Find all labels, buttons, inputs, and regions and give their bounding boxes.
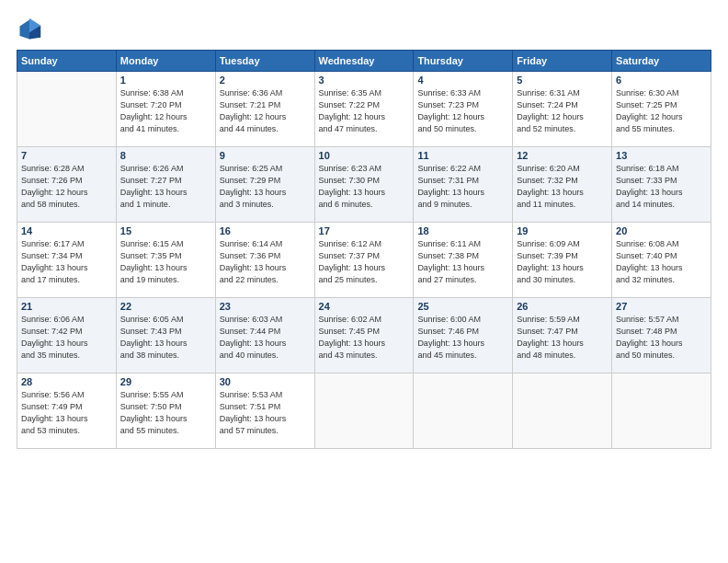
- day-number: 28: [21, 376, 112, 387]
- day-info: Sunrise: 6:03 AM Sunset: 7:44 PM Dayligh…: [220, 314, 311, 362]
- calendar-cell: 3Sunrise: 6:35 AM Sunset: 7:22 PM Daylig…: [314, 72, 414, 147]
- day-info: Sunrise: 6:08 AM Sunset: 7:40 PM Dayligh…: [616, 238, 707, 286]
- day-number: 26: [517, 301, 608, 312]
- day-info: Sunrise: 6:26 AM Sunset: 7:27 PM Dayligh…: [120, 163, 211, 211]
- header-row: SundayMondayTuesdayWednesdayThursdayFrid…: [17, 51, 711, 72]
- logo: [17, 17, 46, 42]
- day-number: 4: [417, 75, 508, 86]
- day-number: 12: [517, 150, 608, 161]
- day-number: 8: [120, 150, 211, 161]
- day-info: Sunrise: 6:35 AM Sunset: 7:22 PM Dayligh…: [319, 87, 410, 135]
- calendar-cell: 7Sunrise: 6:28 AM Sunset: 7:26 PM Daylig…: [17, 147, 117, 223]
- day-number: 1: [120, 75, 211, 86]
- week-row-2: 7Sunrise: 6:28 AM Sunset: 7:26 PM Daylig…: [17, 147, 711, 223]
- calendar-cell: 25Sunrise: 6:00 AM Sunset: 7:46 PM Dayli…: [414, 298, 513, 373]
- header: [17, 17, 711, 42]
- day-number: 13: [616, 150, 707, 161]
- calendar-cell: 30Sunrise: 5:53 AM Sunset: 7:51 PM Dayli…: [215, 373, 314, 449]
- weekday-header-saturday: Saturday: [612, 51, 711, 72]
- calendar-cell: 9Sunrise: 6:25 AM Sunset: 7:29 PM Daylig…: [215, 147, 314, 223]
- day-number: 9: [220, 150, 311, 161]
- day-number: 16: [220, 225, 311, 236]
- logo-icon: [17, 17, 42, 42]
- calendar-cell: 18Sunrise: 6:11 AM Sunset: 7:38 PM Dayli…: [414, 223, 513, 298]
- calendar-cell: 24Sunrise: 6:02 AM Sunset: 7:45 PM Dayli…: [314, 298, 414, 373]
- week-row-4: 21Sunrise: 6:06 AM Sunset: 7:42 PM Dayli…: [17, 298, 711, 373]
- weekday-header-wednesday: Wednesday: [314, 51, 414, 72]
- day-info: Sunrise: 5:57 AM Sunset: 7:48 PM Dayligh…: [616, 314, 707, 362]
- calendar-cell: 5Sunrise: 6:31 AM Sunset: 7:24 PM Daylig…: [513, 72, 612, 147]
- weekday-header-thursday: Thursday: [414, 51, 513, 72]
- calendar: SundayMondayTuesdayWednesdayThursdayFrid…: [17, 50, 711, 449]
- day-info: Sunrise: 6:31 AM Sunset: 7:24 PM Dayligh…: [517, 87, 608, 135]
- calendar-cell: 12Sunrise: 6:20 AM Sunset: 7:32 PM Dayli…: [513, 147, 612, 223]
- day-info: Sunrise: 6:11 AM Sunset: 7:38 PM Dayligh…: [417, 238, 508, 286]
- day-info: Sunrise: 5:56 AM Sunset: 7:49 PM Dayligh…: [21, 389, 112, 437]
- day-info: Sunrise: 6:15 AM Sunset: 7:35 PM Dayligh…: [120, 238, 211, 286]
- day-number: 15: [120, 225, 211, 236]
- day-info: Sunrise: 6:06 AM Sunset: 7:42 PM Dayligh…: [21, 314, 112, 362]
- calendar-cell: 8Sunrise: 6:26 AM Sunset: 7:27 PM Daylig…: [116, 147, 215, 223]
- week-row-5: 28Sunrise: 5:56 AM Sunset: 7:49 PM Dayli…: [17, 373, 711, 449]
- calendar-cell: 28Sunrise: 5:56 AM Sunset: 7:49 PM Dayli…: [17, 373, 117, 449]
- calendar-cell: [414, 373, 513, 449]
- day-number: 7: [21, 150, 112, 161]
- day-info: Sunrise: 6:05 AM Sunset: 7:43 PM Dayligh…: [120, 314, 211, 362]
- calendar-cell: 10Sunrise: 6:23 AM Sunset: 7:30 PM Dayli…: [314, 147, 414, 223]
- day-info: Sunrise: 6:33 AM Sunset: 7:23 PM Dayligh…: [417, 87, 508, 135]
- day-number: 3: [319, 75, 410, 86]
- calendar-cell: 16Sunrise: 6:14 AM Sunset: 7:36 PM Dayli…: [215, 223, 314, 298]
- day-number: 6: [616, 75, 707, 86]
- calendar-cell: 15Sunrise: 6:15 AM Sunset: 7:35 PM Dayli…: [116, 223, 215, 298]
- calendar-cell: 21Sunrise: 6:06 AM Sunset: 7:42 PM Dayli…: [17, 298, 117, 373]
- day-info: Sunrise: 6:12 AM Sunset: 7:37 PM Dayligh…: [319, 238, 410, 286]
- weekday-header-tuesday: Tuesday: [215, 51, 314, 72]
- day-number: 14: [21, 225, 112, 236]
- calendar-cell: [612, 373, 711, 449]
- day-number: 27: [616, 301, 707, 312]
- day-number: 10: [319, 150, 410, 161]
- day-number: 19: [517, 225, 608, 236]
- day-number: 22: [120, 301, 211, 312]
- day-info: Sunrise: 6:20 AM Sunset: 7:32 PM Dayligh…: [517, 163, 608, 211]
- day-info: Sunrise: 6:22 AM Sunset: 7:31 PM Dayligh…: [417, 163, 508, 211]
- day-number: 30: [220, 376, 311, 387]
- day-number: 25: [417, 301, 508, 312]
- calendar-cell: 4Sunrise: 6:33 AM Sunset: 7:23 PM Daylig…: [414, 72, 513, 147]
- day-number: 24: [319, 301, 410, 312]
- calendar-cell: 27Sunrise: 5:57 AM Sunset: 7:48 PM Dayli…: [612, 298, 711, 373]
- day-info: Sunrise: 5:59 AM Sunset: 7:47 PM Dayligh…: [517, 314, 608, 362]
- calendar-cell: 22Sunrise: 6:05 AM Sunset: 7:43 PM Dayli…: [116, 298, 215, 373]
- calendar-cell: 2Sunrise: 6:36 AM Sunset: 7:21 PM Daylig…: [215, 72, 314, 147]
- day-number: 18: [417, 225, 508, 236]
- day-number: 23: [220, 301, 311, 312]
- calendar-cell: 6Sunrise: 6:30 AM Sunset: 7:25 PM Daylig…: [612, 72, 711, 147]
- weekday-header-monday: Monday: [116, 51, 215, 72]
- day-info: Sunrise: 6:02 AM Sunset: 7:45 PM Dayligh…: [319, 314, 410, 362]
- day-number: 17: [319, 225, 410, 236]
- calendar-cell: 17Sunrise: 6:12 AM Sunset: 7:37 PM Dayli…: [314, 223, 414, 298]
- week-row-1: 1Sunrise: 6:38 AM Sunset: 7:20 PM Daylig…: [17, 72, 711, 147]
- day-info: Sunrise: 6:28 AM Sunset: 7:26 PM Dayligh…: [21, 163, 112, 211]
- calendar-cell: 14Sunrise: 6:17 AM Sunset: 7:34 PM Dayli…: [17, 223, 117, 298]
- calendar-cell: 13Sunrise: 6:18 AM Sunset: 7:33 PM Dayli…: [612, 147, 711, 223]
- day-info: Sunrise: 6:38 AM Sunset: 7:20 PM Dayligh…: [120, 87, 211, 135]
- calendar-cell: 26Sunrise: 5:59 AM Sunset: 7:47 PM Dayli…: [513, 298, 612, 373]
- weekday-header-sunday: Sunday: [17, 51, 117, 72]
- day-number: 2: [220, 75, 311, 86]
- day-number: 11: [417, 150, 508, 161]
- day-info: Sunrise: 6:18 AM Sunset: 7:33 PM Dayligh…: [616, 163, 707, 211]
- calendar-cell: 23Sunrise: 6:03 AM Sunset: 7:44 PM Dayli…: [215, 298, 314, 373]
- day-info: Sunrise: 6:25 AM Sunset: 7:29 PM Dayligh…: [220, 163, 311, 211]
- day-number: 29: [120, 376, 211, 387]
- day-info: Sunrise: 6:17 AM Sunset: 7:34 PM Dayligh…: [21, 238, 112, 286]
- calendar-cell: [314, 373, 414, 449]
- day-info: Sunrise: 5:53 AM Sunset: 7:51 PM Dayligh…: [220, 389, 311, 437]
- day-info: Sunrise: 6:09 AM Sunset: 7:39 PM Dayligh…: [517, 238, 608, 286]
- calendar-cell: [17, 72, 117, 147]
- day-number: 20: [616, 225, 707, 236]
- day-number: 5: [517, 75, 608, 86]
- week-row-3: 14Sunrise: 6:17 AM Sunset: 7:34 PM Dayli…: [17, 223, 711, 298]
- calendar-cell: 29Sunrise: 5:55 AM Sunset: 7:50 PM Dayli…: [116, 373, 215, 449]
- weekday-header-friday: Friday: [513, 51, 612, 72]
